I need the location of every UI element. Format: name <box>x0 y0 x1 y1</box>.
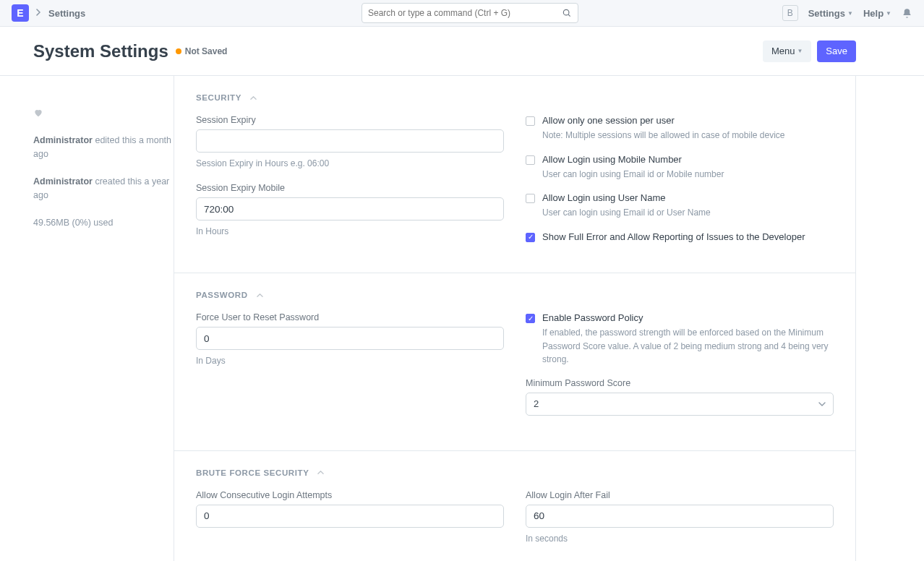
allow-one-session-checkbox[interactable] <box>526 116 535 126</box>
svg-line-1 <box>568 14 570 17</box>
edited-info: Administrator edited this a month ago <box>33 134 174 162</box>
section-header-brute-force[interactable]: BRUTE FORCE SECURITY <box>196 468 834 477</box>
app-logo[interactable]: E <box>12 4 29 22</box>
chevron-up-icon <box>250 95 257 101</box>
status-indicator: Not Saved <box>176 46 228 56</box>
nav-settings[interactable]: Settings ▼ <box>808 8 853 19</box>
after-fail-input[interactable] <box>526 505 834 528</box>
breadcrumb[interactable]: Settings <box>48 8 85 19</box>
menu-button[interactable]: Menu ▼ <box>763 40 811 62</box>
save-button[interactable]: Save <box>817 40 856 62</box>
session-expiry-mobile-help: In Hours <box>196 225 504 238</box>
chevron-right-icon <box>36 9 41 17</box>
section-header-security[interactable]: SECURITY <box>196 93 834 102</box>
section-brute-force: BRUTE FORCE SECURITY Allow Consecutive L… <box>174 451 855 561</box>
allow-one-session-label: Allow only one session per user <box>542 115 675 126</box>
attempts-label: Allow Consecutive Login Attempts <box>196 490 504 500</box>
min-score-select[interactable]: 2 <box>526 393 834 416</box>
caret-down-icon: ▼ <box>847 10 853 17</box>
enable-policy-label: Enable Password Policy <box>542 312 643 323</box>
user-badge[interactable]: B <box>782 5 798 21</box>
nav-help[interactable]: Help ▼ <box>863 8 891 19</box>
nav-settings-label: Settings <box>808 8 845 19</box>
section-title: BRUTE FORCE SECURITY <box>196 468 309 477</box>
enable-policy-checkbox[interactable] <box>526 314 535 323</box>
nav-help-label: Help <box>863 8 884 19</box>
svg-point-0 <box>563 9 569 15</box>
session-expiry-mobile-label: Session Expiry Mobile <box>196 183 504 193</box>
created-info: Administrator created this a year ago <box>33 175 174 203</box>
page-title: System Settings <box>33 41 168 61</box>
allow-mobile-login-checkbox[interactable] <box>526 155 535 165</box>
chevron-down-icon <box>818 402 826 406</box>
allow-username-login-help: User can login using Email id or User Na… <box>542 206 834 220</box>
force-reset-label: Force User to Reset Password <box>196 312 504 322</box>
session-expiry-help: Session Expiry in Hours e.g. 06:00 <box>196 157 504 170</box>
section-title: PASSWORD <box>196 291 248 299</box>
sidebar: Administrator edited this a month ago Ad… <box>33 76 174 561</box>
allow-one-session-help: Note: Multiple sessions will be allowed … <box>542 129 834 142</box>
chevron-up-icon <box>317 469 324 476</box>
force-reset-input[interactable] <box>196 327 504 350</box>
min-score-value: 2 <box>534 398 539 409</box>
allow-mobile-login-help: User can login using Email id or Mobile … <box>542 168 834 181</box>
allow-mobile-login-label: Allow Login using Mobile Number <box>542 154 682 165</box>
enable-policy-help: If enabled, the password strength will b… <box>542 326 834 367</box>
show-full-error-checkbox[interactable] <box>526 233 535 242</box>
session-expiry-label: Session Expiry <box>196 115 504 125</box>
session-expiry-mobile-input[interactable] <box>196 197 504 220</box>
allow-username-login-checkbox[interactable] <box>526 194 535 203</box>
top-navigation: E Settings B Settings ▼ Help ▼ <box>0 0 924 27</box>
show-full-error-label: Show Full Error and Allow Reporting of I… <box>542 231 805 242</box>
created-by: Administrator <box>33 176 93 187</box>
edited-by: Administrator <box>33 135 93 145</box>
menu-button-label: Menu <box>771 46 795 56</box>
after-fail-label: Allow Login After Fail <box>526 490 834 500</box>
page-header: System Settings Not Saved Menu ▼ Save <box>0 27 924 76</box>
bell-icon[interactable] <box>902 8 912 19</box>
heart-icon[interactable] <box>33 108 43 118</box>
attempts-input[interactable] <box>196 505 504 528</box>
section-security: SECURITY Session Expiry Session Expiry i… <box>174 76 855 273</box>
status-text: Not Saved <box>185 46 228 56</box>
search-box[interactable] <box>362 3 578 23</box>
storage-info: 49.56MB (0%) used <box>33 216 174 230</box>
caret-down-icon: ▼ <box>886 10 891 17</box>
section-header-password[interactable]: PASSWORD <box>196 291 834 299</box>
chevron-up-icon <box>257 292 263 299</box>
section-title: SECURITY <box>196 93 241 102</box>
after-fail-help: In seconds <box>526 532 834 545</box>
session-expiry-input[interactable] <box>196 129 504 153</box>
section-password: PASSWORD Force User to Reset Password In… <box>174 273 855 451</box>
allow-username-login-label: Allow Login using User Name <box>542 192 666 203</box>
search-icon <box>562 8 572 18</box>
force-reset-help: In Days <box>196 354 504 367</box>
main-panel: SECURITY Session Expiry Session Expiry i… <box>174 76 856 561</box>
status-dot-icon <box>176 48 181 54</box>
search-input[interactable] <box>368 8 562 18</box>
min-score-label: Minimum Password Score <box>526 378 834 388</box>
caret-down-icon: ▼ <box>797 48 803 54</box>
